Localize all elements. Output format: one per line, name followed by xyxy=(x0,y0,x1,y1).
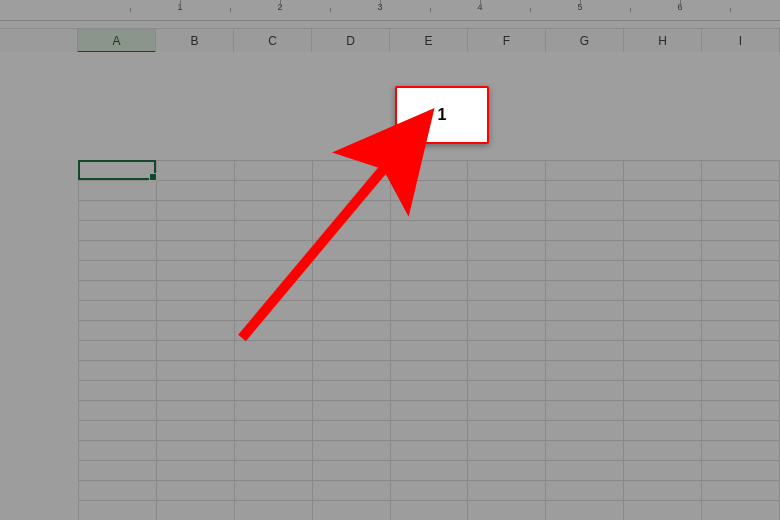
cell[interactable] xyxy=(312,321,390,341)
cell[interactable] xyxy=(390,361,468,381)
cell[interactable] xyxy=(79,501,157,521)
cell[interactable] xyxy=(468,201,546,221)
cell[interactable] xyxy=(546,301,624,321)
cell[interactable] xyxy=(156,181,234,201)
cell[interactable] xyxy=(624,201,702,221)
cell[interactable] xyxy=(390,441,468,461)
cell[interactable] xyxy=(468,421,546,441)
cell[interactable] xyxy=(234,181,312,201)
cell[interactable] xyxy=(234,421,312,441)
cell[interactable] xyxy=(234,401,312,421)
cell[interactable] xyxy=(156,201,234,221)
cell[interactable] xyxy=(312,301,390,321)
cell[interactable] xyxy=(312,421,390,441)
cell[interactable] xyxy=(234,481,312,501)
cell[interactable] xyxy=(702,401,780,421)
cell[interactable] xyxy=(468,261,546,281)
cell[interactable] xyxy=(624,441,702,461)
cell[interactable] xyxy=(390,401,468,421)
cell[interactable] xyxy=(234,461,312,481)
cell[interactable] xyxy=(546,361,624,381)
cell[interactable] xyxy=(702,421,780,441)
cell[interactable] xyxy=(156,461,234,481)
cell[interactable] xyxy=(156,441,234,461)
column-header-F[interactable]: F xyxy=(468,29,546,53)
cell[interactable] xyxy=(624,421,702,441)
cell[interactable] xyxy=(390,201,468,221)
cell[interactable] xyxy=(156,241,234,261)
cell[interactable] xyxy=(312,501,390,521)
cell[interactable] xyxy=(546,341,624,361)
spreadsheet-grid[interactable] xyxy=(78,160,780,520)
cell[interactable] xyxy=(234,381,312,401)
cell[interactable] xyxy=(624,401,702,421)
active-cell-outline[interactable] xyxy=(78,160,156,180)
cell[interactable] xyxy=(312,461,390,481)
cell[interactable] xyxy=(468,241,546,261)
cell[interactable] xyxy=(156,421,234,441)
cell[interactable] xyxy=(156,361,234,381)
cell[interactable] xyxy=(312,361,390,381)
cell[interactable] xyxy=(234,301,312,321)
cell[interactable] xyxy=(624,381,702,401)
cell[interactable] xyxy=(234,441,312,461)
cell[interactable] xyxy=(546,221,624,241)
cell[interactable] xyxy=(79,241,157,261)
cell[interactable] xyxy=(312,201,390,221)
cell[interactable] xyxy=(79,401,157,421)
cell[interactable] xyxy=(156,481,234,501)
cell[interactable] xyxy=(390,381,468,401)
cell[interactable] xyxy=(468,381,546,401)
column-header-E[interactable]: E xyxy=(390,29,468,53)
cell[interactable] xyxy=(624,481,702,501)
cell[interactable] xyxy=(702,261,780,281)
cell[interactable] xyxy=(468,181,546,201)
cell[interactable] xyxy=(234,501,312,521)
cell[interactable] xyxy=(79,261,157,281)
cell[interactable] xyxy=(390,261,468,281)
cell[interactable] xyxy=(312,481,390,501)
cell[interactable] xyxy=(390,181,468,201)
column-header-C[interactable]: C xyxy=(234,29,312,53)
cell[interactable] xyxy=(546,281,624,301)
cell[interactable] xyxy=(546,501,624,521)
cell[interactable] xyxy=(390,221,468,241)
cell[interactable] xyxy=(79,481,157,501)
cell[interactable] xyxy=(546,481,624,501)
cell[interactable] xyxy=(156,221,234,241)
cell[interactable] xyxy=(234,321,312,341)
cell[interactable] xyxy=(468,281,546,301)
cell[interactable] xyxy=(156,341,234,361)
cell[interactable] xyxy=(79,181,157,201)
fill-handle[interactable] xyxy=(149,173,157,181)
cell[interactable] xyxy=(312,381,390,401)
cell[interactable] xyxy=(468,441,546,461)
cell[interactable] xyxy=(234,221,312,241)
cell[interactable] xyxy=(79,301,157,321)
cell[interactable] xyxy=(702,281,780,301)
cell[interactable] xyxy=(312,181,390,201)
cell[interactable] xyxy=(624,181,702,201)
cell[interactable] xyxy=(390,421,468,441)
cell[interactable] xyxy=(702,161,780,181)
cell[interactable] xyxy=(79,341,157,361)
cell[interactable] xyxy=(156,261,234,281)
cell[interactable] xyxy=(546,401,624,421)
cell[interactable] xyxy=(546,421,624,441)
cell[interactable] xyxy=(546,321,624,341)
column-header-H[interactable]: H xyxy=(624,29,702,53)
cell[interactable] xyxy=(234,161,312,181)
cell[interactable] xyxy=(624,361,702,381)
cell[interactable] xyxy=(312,241,390,261)
cell[interactable] xyxy=(390,341,468,361)
cell[interactable] xyxy=(234,201,312,221)
cell[interactable] xyxy=(702,221,780,241)
cell[interactable] xyxy=(546,441,624,461)
cell[interactable] xyxy=(79,201,157,221)
cell[interactable] xyxy=(156,301,234,321)
cell[interactable] xyxy=(312,261,390,281)
cell[interactable] xyxy=(468,401,546,421)
cell[interactable] xyxy=(234,261,312,281)
cell[interactable] xyxy=(468,301,546,321)
cell[interactable] xyxy=(702,501,780,521)
